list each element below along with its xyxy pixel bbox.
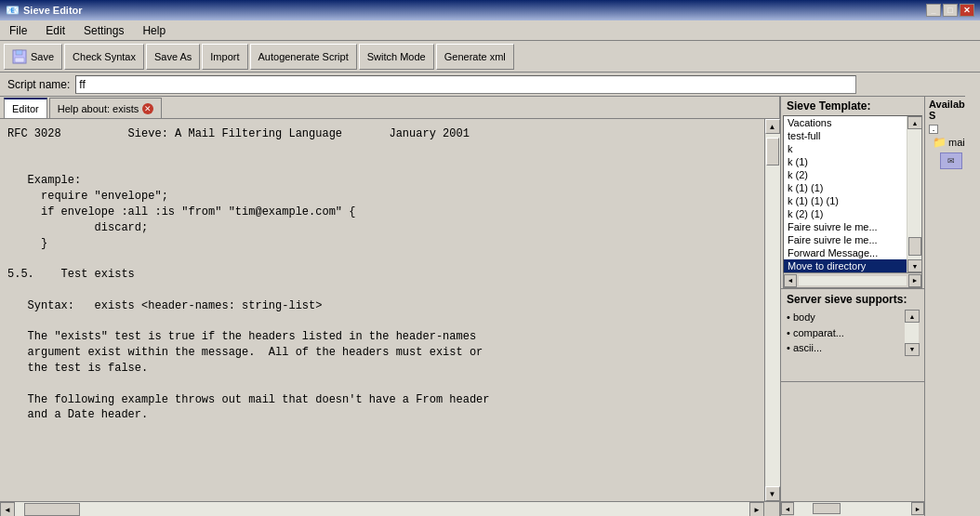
bottom-right-panel	[781, 381, 924, 501]
window-title: Sieve Editor	[23, 5, 83, 16]
check-syntax-button[interactable]: Check Syntax	[64, 44, 144, 70]
server-sieve-title: Server sieve supports:	[787, 293, 919, 306]
server-sieve-item-0: • body	[787, 310, 902, 325]
sieve-template-header: Sieve Template:	[781, 97, 924, 115]
server-sieve-item-2: • ascii...	[787, 340, 902, 356]
template-hscroll-left[interactable]: ◄	[784, 274, 797, 287]
switch-mode-button[interactable]: Switch Mode	[359, 44, 434, 70]
editor-panel: Editor Help about: exists ✕ RFC 3028 Sie…	[0, 97, 780, 516]
title-bar: 📧 Sieve Editor _ □ ✕	[0, 0, 980, 20]
script-name-label: Script name:	[7, 78, 70, 91]
editor-main: RFC 3028 Sieve: A Mail Filtering Languag…	[0, 119, 764, 501]
menu-edit[interactable]: Edit	[40, 22, 71, 39]
scroll-down-button[interactable]: ▼	[765, 486, 780, 501]
svg-rect-2	[15, 58, 24, 62]
editor-hscroll-bar: ◄ ►	[0, 501, 779, 516]
template-item-9[interactable]: Faire suivre le me...	[784, 233, 907, 246]
sieve-template: Sieve Template: Vacationstest-fullkk (1)…	[781, 97, 924, 381]
hscroll-spacer	[764, 502, 779, 516]
menu-file[interactable]: File	[4, 22, 33, 39]
minimize-button[interactable]: _	[926, 4, 941, 17]
toolbar: Save Check Syntax Save As Import Autogen…	[0, 41, 980, 73]
main-area: Editor Help about: exists ✕ RFC 3028 Sie…	[0, 97, 980, 516]
template-item-11[interactable]: Move to directory	[784, 259, 907, 272]
tab-help[interactable]: Help about: exists ✕	[49, 98, 162, 118]
maximize-button[interactable]: □	[943, 4, 958, 17]
template-item-0[interactable]: Vacations	[784, 116, 907, 129]
mail-envelope-icon: ✉	[940, 152, 962, 169]
avail-outer-vscroll	[965, 93, 980, 279]
template-vscrollbar: ▲ ▼	[907, 116, 921, 272]
bottom-hscroll: ◄ ►	[781, 501, 924, 516]
template-hscroll-right[interactable]: ►	[908, 274, 921, 287]
save-as-button[interactable]: Save As	[146, 44, 200, 70]
title-icon-group: 📧 Sieve Editor	[6, 4, 83, 17]
server-scroll-down[interactable]: ▼	[905, 343, 920, 356]
hscroll-left-button[interactable]: ◄	[0, 502, 15, 516]
template-list[interactable]: Vacationstest-fullkk (1)k (2)k (1) (1)k …	[784, 116, 907, 272]
server-sieve-vscroll: ▲ ▼	[904, 310, 919, 356]
server-sieve-container: • body• comparat...• ascii... ▲ ▼	[787, 310, 919, 356]
editor-vscrollbar: ▲ ▼	[764, 119, 779, 501]
server-scroll-up[interactable]: ▲	[905, 310, 920, 323]
menu-settings[interactable]: Settings	[78, 22, 129, 39]
save-label: Save	[31, 51, 54, 62]
script-name-input[interactable]	[75, 75, 856, 94]
menubar: File Edit Settings Help	[0, 20, 980, 41]
template-item-7[interactable]: k (2) (1)	[784, 207, 907, 220]
template-scroll-thumb	[908, 237, 921, 256]
editor-container: RFC 3028 Sieve: A Mail Filtering Languag…	[0, 119, 779, 501]
template-item-6[interactable]: k (1) (1) (1)	[784, 194, 907, 207]
tab-help-close-icon[interactable]: ✕	[142, 103, 153, 114]
title-controls: _ □ ✕	[926, 4, 974, 17]
server-scroll-track[interactable]	[905, 323, 919, 343]
generate-xml-button[interactable]: Generate xml	[436, 44, 514, 70]
available-scripts-panel: Available S - 📁 mail ✉	[924, 97, 980, 516]
autogenerate-button[interactable]: Autogenerate Script	[250, 44, 357, 70]
server-sieve-list: • body• comparat...• ascii...	[787, 310, 902, 356]
template-item-10[interactable]: Forward Message...	[784, 246, 907, 259]
template-scroll-up[interactable]: ▲	[907, 116, 922, 129]
scroll-thumb	[766, 138, 779, 165]
tab-bar: Editor Help about: exists ✕	[0, 97, 779, 119]
template-scroll-down[interactable]: ▼	[907, 259, 922, 272]
scroll-track[interactable]	[765, 134, 780, 486]
save-button[interactable]: Save	[4, 44, 62, 70]
bottom-hscroll-left[interactable]: ◄	[781, 502, 794, 515]
hscroll-track[interactable]	[15, 502, 749, 516]
template-item-5[interactable]: k (1) (1)	[784, 181, 907, 194]
template-item-2[interactable]: k	[784, 142, 907, 155]
template-hscroll-track[interactable]	[799, 276, 907, 285]
tree-expand-icon[interactable]: -	[929, 125, 938, 134]
bottom-hscroll-thumb	[813, 503, 841, 514]
editor-content[interactable]: RFC 3028 Sieve: A Mail Filtering Languag…	[0, 119, 764, 501]
sieve-panel: Sieve Template: Vacationstest-fullkk (1)…	[780, 97, 924, 516]
template-item-1[interactable]: test-full	[784, 129, 907, 142]
hscroll-thumb	[24, 503, 80, 516]
app-icon: 📧	[6, 4, 20, 17]
tab-editor[interactable]: Editor	[4, 98, 47, 118]
script-name-row: Script name:	[0, 73, 980, 97]
template-item-4[interactable]: k (2)	[784, 168, 907, 181]
template-hscroll: ◄ ►	[783, 273, 922, 288]
right-area: Sieve Template: Vacationstest-fullkk (1)…	[780, 97, 980, 516]
save-icon	[12, 49, 27, 64]
window: 📧 Sieve Editor _ □ ✕ File Edit Settings …	[0, 0, 980, 516]
import-button[interactable]: Import	[202, 44, 247, 70]
template-scroll-track[interactable]	[907, 129, 921, 259]
scroll-up-button[interactable]: ▲	[765, 119, 780, 134]
bottom-hscroll-track[interactable]	[794, 502, 911, 516]
close-button[interactable]: ✕	[960, 4, 974, 17]
folder-icon: 📁	[933, 136, 947, 149]
server-sieve-item-1: • comparat...	[787, 325, 902, 341]
template-item-3[interactable]: k (1)	[784, 155, 907, 168]
bottom-hscroll-right[interactable]: ►	[911, 502, 924, 515]
template-list-container: Vacationstest-fullkk (1)k (2)k (1) (1)k …	[783, 115, 922, 273]
template-item-8[interactable]: Faire suivre le me...	[784, 220, 907, 233]
svg-rect-1	[16, 50, 22, 55]
server-sieve-section: Server sieve supports: • body• comparat.…	[781, 288, 924, 381]
menu-help[interactable]: Help	[137, 22, 171, 39]
hscroll-right-button[interactable]: ►	[749, 502, 764, 516]
